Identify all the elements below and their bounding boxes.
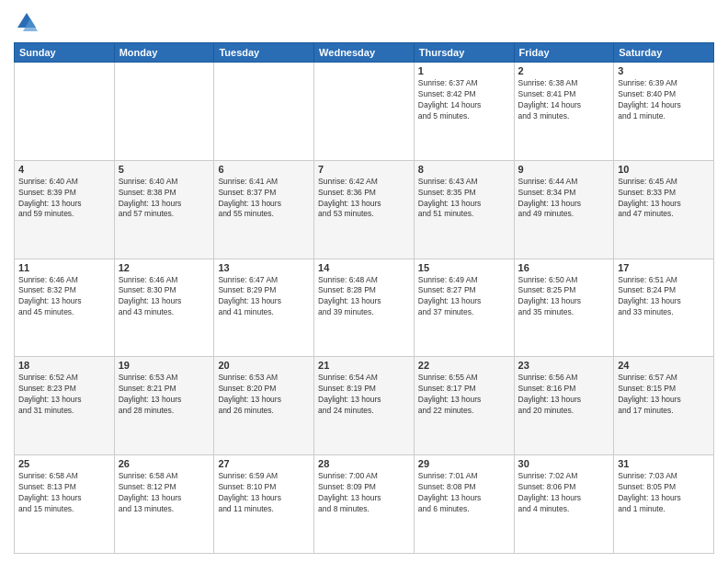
day-number: 8 xyxy=(418,164,510,175)
header-row: SundayMondayTuesdayWednesdayThursdayFrid… xyxy=(15,43,714,63)
day-info: Sunrise: 6:52 AM Sunset: 8:23 PM Dayligh… xyxy=(18,373,110,417)
day-header-wednesday: Wednesday xyxy=(314,43,415,63)
week-row-1: 1Sunrise: 6:37 AM Sunset: 8:42 PM Daylig… xyxy=(15,63,714,161)
day-cell xyxy=(214,63,314,161)
day-number: 26 xyxy=(119,458,210,469)
day-info: Sunrise: 6:58 AM Sunset: 8:12 PM Dayligh… xyxy=(119,471,210,515)
day-cell: 23Sunrise: 6:56 AM Sunset: 8:16 PM Dayli… xyxy=(514,357,614,455)
day-info: Sunrise: 6:48 AM Sunset: 8:28 PM Dayligh… xyxy=(318,275,410,319)
day-cell: 24Sunrise: 6:57 AM Sunset: 8:15 PM Dayli… xyxy=(614,357,714,455)
day-info: Sunrise: 6:58 AM Sunset: 8:13 PM Dayligh… xyxy=(18,471,110,515)
day-cell: 16Sunrise: 6:50 AM Sunset: 8:25 PM Dayli… xyxy=(514,259,614,357)
day-info: Sunrise: 7:03 AM Sunset: 8:05 PM Dayligh… xyxy=(618,471,710,515)
day-number: 15 xyxy=(418,262,510,273)
day-cell: 13Sunrise: 6:47 AM Sunset: 8:29 PM Dayli… xyxy=(214,259,314,357)
day-number: 19 xyxy=(119,360,210,371)
day-header-friday: Friday xyxy=(514,43,614,63)
day-cell: 8Sunrise: 6:43 AM Sunset: 8:35 PM Daylig… xyxy=(414,160,514,259)
day-cell: 22Sunrise: 6:55 AM Sunset: 8:17 PM Dayli… xyxy=(414,357,514,455)
day-number: 13 xyxy=(218,262,310,273)
day-info: Sunrise: 6:51 AM Sunset: 8:24 PM Dayligh… xyxy=(618,275,710,319)
day-info: Sunrise: 6:59 AM Sunset: 8:10 PM Dayligh… xyxy=(218,471,310,515)
day-number: 6 xyxy=(218,164,310,175)
day-number: 4 xyxy=(18,164,110,175)
day-number: 14 xyxy=(318,262,410,273)
day-number: 2 xyxy=(518,65,610,76)
day-cell: 19Sunrise: 6:53 AM Sunset: 8:21 PM Dayli… xyxy=(114,357,214,455)
day-info: Sunrise: 7:02 AM Sunset: 8:06 PM Dayligh… xyxy=(518,471,610,515)
calendar-header: SundayMondayTuesdayWednesdayThursdayFrid… xyxy=(15,43,714,63)
day-number: 10 xyxy=(618,164,710,175)
day-header-saturday: Saturday xyxy=(614,43,714,63)
day-cell: 26Sunrise: 6:58 AM Sunset: 8:12 PM Dayli… xyxy=(114,455,214,554)
day-cell: 1Sunrise: 6:37 AM Sunset: 8:42 PM Daylig… xyxy=(414,63,514,161)
day-cell: 3Sunrise: 6:39 AM Sunset: 8:40 PM Daylig… xyxy=(614,63,714,161)
day-info: Sunrise: 6:54 AM Sunset: 8:19 PM Dayligh… xyxy=(318,373,410,417)
day-cell: 25Sunrise: 6:58 AM Sunset: 8:13 PM Dayli… xyxy=(15,455,115,554)
day-info: Sunrise: 6:55 AM Sunset: 8:17 PM Dayligh… xyxy=(418,373,510,417)
day-number: 1 xyxy=(418,65,510,76)
day-header-monday: Monday xyxy=(114,43,214,63)
day-cell: 12Sunrise: 6:46 AM Sunset: 8:30 PM Dayli… xyxy=(114,259,214,357)
header xyxy=(14,9,714,35)
page: SundayMondayTuesdayWednesdayThursdayFrid… xyxy=(0,0,728,563)
day-info: Sunrise: 6:38 AM Sunset: 8:41 PM Dayligh… xyxy=(518,78,610,122)
day-info: Sunrise: 6:56 AM Sunset: 8:16 PM Dayligh… xyxy=(518,373,610,417)
day-number: 11 xyxy=(18,262,110,273)
day-cell: 29Sunrise: 7:01 AM Sunset: 8:08 PM Dayli… xyxy=(414,455,514,554)
day-info: Sunrise: 6:47 AM Sunset: 8:29 PM Dayligh… xyxy=(218,275,310,319)
week-row-5: 25Sunrise: 6:58 AM Sunset: 8:13 PM Dayli… xyxy=(15,455,714,554)
day-info: Sunrise: 7:00 AM Sunset: 8:09 PM Dayligh… xyxy=(318,471,410,515)
day-cell: 10Sunrise: 6:45 AM Sunset: 8:33 PM Dayli… xyxy=(614,160,714,259)
day-cell: 27Sunrise: 6:59 AM Sunset: 8:10 PM Dayli… xyxy=(214,455,314,554)
day-number: 5 xyxy=(119,164,210,175)
day-number: 7 xyxy=(318,164,410,175)
day-cell: 15Sunrise: 6:49 AM Sunset: 8:27 PM Dayli… xyxy=(414,259,514,357)
logo-icon xyxy=(14,9,40,35)
day-cell xyxy=(314,63,415,161)
day-info: Sunrise: 6:39 AM Sunset: 8:40 PM Dayligh… xyxy=(618,78,710,122)
day-number: 29 xyxy=(418,458,510,469)
day-cell: 30Sunrise: 7:02 AM Sunset: 8:06 PM Dayli… xyxy=(514,455,614,554)
day-info: Sunrise: 6:40 AM Sunset: 8:39 PM Dayligh… xyxy=(18,177,110,221)
day-cell: 2Sunrise: 6:38 AM Sunset: 8:41 PM Daylig… xyxy=(514,63,614,161)
day-number: 24 xyxy=(618,360,710,371)
day-cell: 31Sunrise: 7:03 AM Sunset: 8:05 PM Dayli… xyxy=(614,455,714,554)
week-row-3: 11Sunrise: 6:46 AM Sunset: 8:32 PM Dayli… xyxy=(15,259,714,357)
day-cell: 20Sunrise: 6:53 AM Sunset: 8:20 PM Dayli… xyxy=(214,357,314,455)
logo xyxy=(14,9,43,35)
day-info: Sunrise: 6:41 AM Sunset: 8:37 PM Dayligh… xyxy=(218,177,310,221)
day-number: 3 xyxy=(618,65,710,76)
day-number: 25 xyxy=(18,458,110,469)
day-number: 20 xyxy=(218,360,310,371)
day-number: 12 xyxy=(119,262,210,273)
day-cell: 21Sunrise: 6:54 AM Sunset: 8:19 PM Dayli… xyxy=(314,357,415,455)
day-info: Sunrise: 6:45 AM Sunset: 8:33 PM Dayligh… xyxy=(618,177,710,221)
day-cell: 14Sunrise: 6:48 AM Sunset: 8:28 PM Dayli… xyxy=(314,259,415,357)
day-number: 18 xyxy=(18,360,110,371)
day-cell: 18Sunrise: 6:52 AM Sunset: 8:23 PM Dayli… xyxy=(15,357,115,455)
day-header-tuesday: Tuesday xyxy=(214,43,314,63)
day-cell: 9Sunrise: 6:44 AM Sunset: 8:34 PM Daylig… xyxy=(514,160,614,259)
day-cell xyxy=(114,63,214,161)
day-number: 22 xyxy=(418,360,510,371)
day-cell: 4Sunrise: 6:40 AM Sunset: 8:39 PM Daylig… xyxy=(15,160,115,259)
day-number: 9 xyxy=(518,164,610,175)
day-info: Sunrise: 6:43 AM Sunset: 8:35 PM Dayligh… xyxy=(418,177,510,221)
day-number: 21 xyxy=(318,360,410,371)
day-header-sunday: Sunday xyxy=(15,43,115,63)
day-cell: 7Sunrise: 6:42 AM Sunset: 8:36 PM Daylig… xyxy=(314,160,415,259)
day-info: Sunrise: 6:57 AM Sunset: 8:15 PM Dayligh… xyxy=(618,373,710,417)
day-info: Sunrise: 6:53 AM Sunset: 8:21 PM Dayligh… xyxy=(119,373,210,417)
calendar-body: 1Sunrise: 6:37 AM Sunset: 8:42 PM Daylig… xyxy=(15,63,714,554)
day-info: Sunrise: 7:01 AM Sunset: 8:08 PM Dayligh… xyxy=(418,471,510,515)
day-number: 17 xyxy=(618,262,710,273)
day-info: Sunrise: 6:37 AM Sunset: 8:42 PM Dayligh… xyxy=(418,78,510,122)
day-number: 23 xyxy=(518,360,610,371)
day-header-thursday: Thursday xyxy=(414,43,514,63)
day-info: Sunrise: 6:46 AM Sunset: 8:32 PM Dayligh… xyxy=(18,275,110,319)
day-info: Sunrise: 6:50 AM Sunset: 8:25 PM Dayligh… xyxy=(518,275,610,319)
week-row-2: 4Sunrise: 6:40 AM Sunset: 8:39 PM Daylig… xyxy=(15,160,714,259)
day-info: Sunrise: 6:44 AM Sunset: 8:34 PM Dayligh… xyxy=(518,177,610,221)
day-number: 28 xyxy=(318,458,410,469)
